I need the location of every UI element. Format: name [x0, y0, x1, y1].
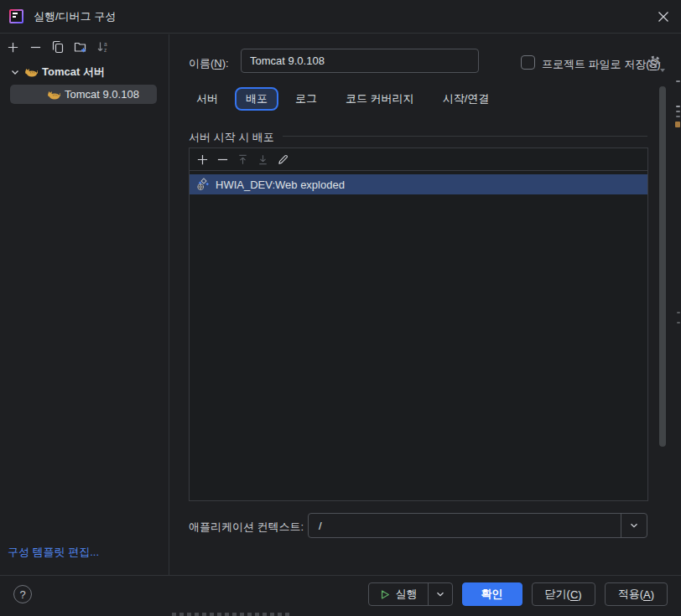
tab-logs[interactable]: 로그 [283, 85, 329, 112]
chevron-down-icon [629, 520, 639, 531]
run-split-button[interactable]: 실행 [368, 582, 453, 606]
tomcat-icon [24, 67, 38, 77]
edit-configuration-templates-link[interactable]: 구성 템플릿 편집... [8, 545, 99, 560]
vertical-scrollbar-thumb[interactable] [659, 86, 666, 447]
background-editor-stripe [676, 111, 680, 112]
background-editor-stripe [676, 80, 680, 82]
close-button[interactable]: 닫기(C) [532, 582, 595, 606]
close-icon[interactable] [658, 11, 669, 23]
store-as-project-file-label[interactable]: 프로젝트 파일로 저장(S) [542, 57, 661, 72]
gear-dropdown-caret [660, 69, 665, 72]
store-as-project-file-checkbox[interactable] [521, 55, 535, 70]
question-mark-icon: ? [19, 588, 25, 601]
deploy-section-title: 서버 시작 시 배포 [189, 130, 274, 145]
svg-text:z: z [104, 47, 107, 53]
intellij-logo-icon [9, 9, 23, 23]
help-button[interactable]: ? [13, 585, 32, 603]
run-debug-configurations-dialog: 실행/디버그 구성 az [0, 0, 681, 616]
background-editor-stripe [675, 122, 680, 127]
application-context-label: 애플리케이션 컨텍스트: [189, 520, 304, 535]
background-window-clipped-text [172, 613, 291, 616]
tab-server[interactable]: 서버 [185, 85, 230, 112]
ok-button[interactable]: 확인 [462, 582, 522, 606]
run-options-chevron[interactable] [429, 589, 452, 599]
background-editor-stripe [676, 116, 680, 117]
apply-button[interactable]: 적용(A) [605, 582, 668, 606]
deploy-artifact-label: HWIA_DEV:Web exploded [216, 179, 345, 191]
background-editor-stripe [676, 106, 680, 107]
edit-pencil-icon[interactable] [276, 153, 289, 166]
section-rule [283, 136, 647, 137]
remove-icon[interactable] [29, 40, 42, 54]
deploy-artifacts-panel: HWIA_DEV:Web exploded [189, 148, 648, 501]
tree-group-tomcat-server[interactable]: Tomcat 서버 [0, 60, 169, 83]
application-context-value[interactable]: / [309, 514, 621, 537]
add-icon[interactable] [195, 153, 209, 166]
chevron-down-icon [435, 589, 445, 599]
remove-icon[interactable] [216, 153, 229, 166]
tab-code-coverage[interactable]: 코드 커버리지 [334, 85, 426, 112]
deploy-artifact-row[interactable]: HWIA_DEV:Web exploded [190, 174, 647, 194]
name-field-label: 이름(N): [189, 56, 229, 71]
combobox-chevron-button[interactable] [621, 514, 647, 537]
new-folder-icon[interactable] [74, 40, 87, 54]
configuration-tabs: 서버 배포 로그 코드 커버리지 시작/연결 [182, 86, 503, 111]
tab-startup-connection[interactable]: 시작/연결 [431, 85, 502, 112]
move-down-icon[interactable] [256, 153, 269, 166]
background-editor-stripe [677, 312, 680, 313]
chevron-down-icon[interactable] [10, 67, 20, 77]
add-icon[interactable] [6, 40, 19, 54]
title-bar: 실행/디버그 구성 [0, 0, 681, 34]
footer-buttons: 실행 확인 닫기(C) 적용(A) [368, 582, 668, 606]
application-context-combobox[interactable]: / [308, 513, 647, 538]
tree-group-label: Tomcat 서버 [42, 65, 105, 80]
tomcat-icon [47, 90, 60, 100]
duplicate-icon[interactable] [51, 40, 65, 54]
configurations-sidebar: az Tomcat 서버 Tomcat 9.0.108 구성 템플릿 편집... [0, 34, 169, 575]
tree-item-label: Tomcat 9.0.108 [65, 88, 139, 101]
footer-separator [0, 575, 681, 576]
sidebar-toolbar: az [0, 34, 169, 60]
run-button-label: 실행 [396, 587, 418, 602]
sort-alphabetically-icon[interactable]: az [96, 40, 110, 54]
name-input[interactable] [241, 49, 479, 73]
move-up-icon[interactable] [236, 153, 249, 166]
background-editor-stripe [677, 322, 680, 324]
play-icon [380, 589, 390, 600]
tree-item-tomcat-9-0-108[interactable]: Tomcat 9.0.108 [10, 85, 157, 104]
web-exploded-artifact-icon [196, 178, 210, 191]
dialog-title: 실행/디버그 구성 [34, 9, 116, 24]
gear-icon[interactable] [647, 54, 663, 71]
run-button[interactable]: 실행 [369, 587, 428, 602]
tab-deployment[interactable]: 배포 [235, 87, 278, 111]
deploy-panel-toolbar [190, 148, 647, 171]
svg-text:a: a [104, 41, 107, 47]
